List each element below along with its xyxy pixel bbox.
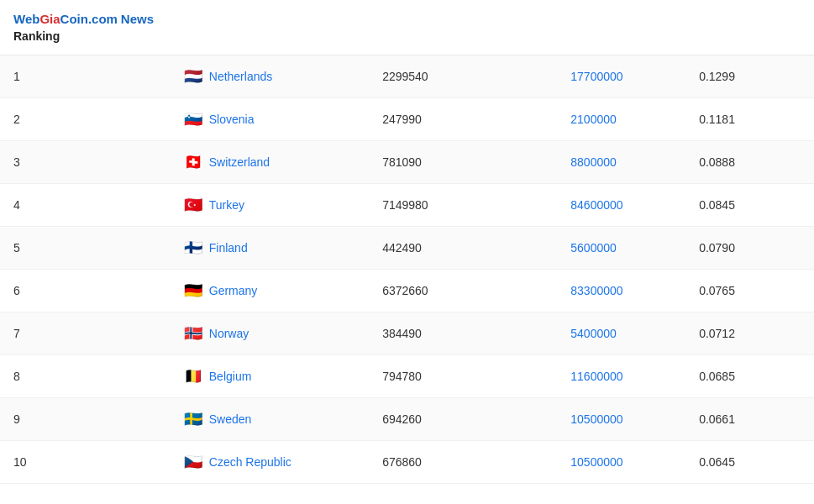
country-name[interactable]: Slovenia [209,113,255,126]
country-cell: 🇳🇴 Norway [171,312,369,355]
spc-cell: 0.1299 [685,55,814,98]
country-cell: 🇧🇪 Belgium [171,355,369,398]
msv-cell: 442490 [369,227,557,270]
spc-cell: 0.1181 [685,98,814,141]
spc-cell: 0.0790 [685,227,814,270]
country-cell: 🇹🇷 Turkey [171,184,369,227]
population-cell: 10500000 [557,441,685,484]
population-cell: 83300000 [557,270,685,312]
rank-cell: 5 [0,227,171,270]
header-row: WebGiaCoin.com News Ranking [0,0,814,55]
population-cell: 10500000 [557,398,685,441]
spc-cell: 0.0845 [685,184,814,227]
table-row: 7 🇳🇴 Norway 384490 5400000 0.0712 [0,312,814,355]
msv-cell: 694260 [369,398,557,441]
main-container: WebGiaCoin.com News Ranking 1 🇳🇱 Netherl… [0,0,814,484]
population-cell: 5400000 [557,312,685,355]
table-row: 2 🇸🇮 Slovenia 247990 2100000 0.1181 [0,98,814,141]
table-row: 3 🇨🇭 Switzerland 781090 8800000 0.0888 [0,141,814,184]
table-row: 5 🇫🇮 Finland 442490 5600000 0.0790 [0,227,814,270]
country-name[interactable]: Czech Republic [209,455,291,469]
table-body: 1 🇳🇱 Netherlands 2299540 17700000 0.1299… [0,55,814,484]
table-row: 8 🇧🇪 Belgium 794780 11600000 0.0685 [0,355,814,398]
population-cell: 17700000 [557,55,685,98]
country-flag: 🇳🇱 [184,69,202,84]
country-cell: 🇨🇭 Switzerland [171,141,369,184]
spc-cell: 0.0645 [685,441,814,484]
rank-cell: 6 [0,270,171,312]
country-flag: 🇳🇴 [184,326,202,341]
spc-cell: 0.0661 [685,398,814,441]
country-name[interactable]: Finland [209,241,248,255]
msv-cell: 7149980 [369,184,557,227]
population-cell: 8800000 [557,141,685,184]
country-cell: 🇸🇪 Sweden [171,398,369,441]
country-flag: 🇹🇷 [184,197,202,213]
country-name[interactable]: Netherlands [209,70,273,83]
country-flag: 🇸🇮 [184,112,202,127]
country-flag: 🇨🇿 [184,454,202,470]
col-ranking-label: Ranking [13,29,60,43]
rank-cell: 8 [0,355,171,398]
msv-cell: 794780 [369,355,557,398]
population-cell: 11600000 [557,355,685,398]
table-row: 6 🇩🇪 Germany 6372660 83300000 0.0765 [0,270,814,312]
country-cell: 🇳🇱 Netherlands [171,55,369,98]
brand-news-label: News [121,12,154,26]
rank-cell: 3 [0,141,171,184]
country-name[interactable]: Belgium [209,370,252,383]
col-msv [369,0,557,55]
brand-web: Web [13,12,39,26]
table-row: 9 🇸🇪 Sweden 694260 10500000 0.0661 [0,398,814,441]
msv-cell: 6372660 [369,270,557,312]
col-ranking: WebGiaCoin.com News Ranking [0,0,171,55]
brand-gia: Gia [39,12,60,26]
country-name[interactable]: Germany [209,284,258,297]
table-row: 4 🇹🇷 Turkey 7149980 84600000 0.0845 [0,184,814,227]
brand-coin: Coin.com [60,12,118,26]
country-cell: 🇫🇮 Finland [171,227,369,270]
country-flag: 🇫🇮 [184,240,202,255]
rank-cell: 2 [0,98,171,141]
rank-cell: 4 [0,184,171,227]
population-cell: 2100000 [557,98,685,141]
brand-logo: WebGiaCoin.com News [13,12,157,26]
country-cell: 🇩🇪 Germany [171,270,369,312]
country-cell: 🇸🇮 Slovenia [171,98,369,141]
spc-cell: 0.0765 [685,270,814,312]
country-name[interactable]: Sweden [209,412,252,426]
table-row: 1 🇳🇱 Netherlands 2299540 17700000 0.1299 [0,55,814,98]
msv-cell: 676860 [369,441,557,484]
country-flag: 🇧🇪 [184,369,202,384]
country-cell: 🇨🇿 Czech Republic [171,441,369,484]
col-population [557,0,685,55]
col-spc [685,0,814,55]
rank-cell: 10 [0,441,171,484]
country-name[interactable]: Norway [209,327,249,340]
rank-cell: 7 [0,312,171,355]
country-name[interactable]: Switzerland [209,155,270,169]
rank-cell: 9 [0,398,171,441]
msv-cell: 247990 [369,98,557,141]
msv-cell: 2299540 [369,55,557,98]
spc-cell: 0.0685 [685,355,814,398]
msv-cell: 384490 [369,312,557,355]
spc-cell: 0.0712 [685,312,814,355]
country-name[interactable]: Turkey [209,198,244,212]
msv-cell: 781090 [369,141,557,184]
country-flag: 🇩🇪 [184,283,202,298]
table-row: 10 🇨🇿 Czech Republic 676860 10500000 0.0… [0,441,814,484]
population-cell: 84600000 [557,184,685,227]
country-flag: 🇨🇭 [184,155,202,170]
col-countries [171,0,369,55]
ranking-table: WebGiaCoin.com News Ranking 1 🇳🇱 Netherl… [0,0,814,484]
country-flag: 🇸🇪 [184,412,202,427]
spc-cell: 0.0888 [685,141,814,184]
rank-cell: 1 [0,55,171,98]
population-cell: 5600000 [557,227,685,270]
